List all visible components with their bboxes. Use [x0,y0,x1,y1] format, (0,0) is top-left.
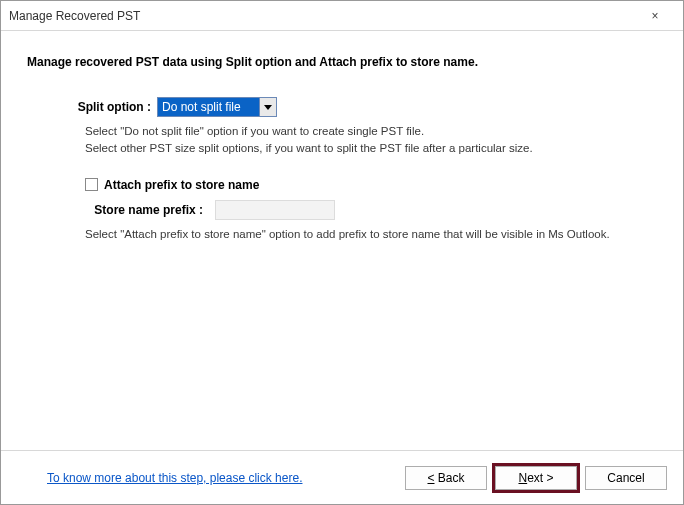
split-help-line2: Select other PST size split options, if … [85,140,657,157]
prefix-input[interactable] [215,200,335,220]
split-option-selected: Do not split file [162,100,259,114]
window-title: Manage Recovered PST [9,9,635,23]
split-option-row: Split option : Do not split file [27,97,657,117]
prefix-checkbox-label: Attach prefix to store name [104,178,259,192]
prefix-input-row: Store name prefix : [85,200,657,220]
dialog-footer: To know more about this step, please cli… [1,450,683,504]
chevron-down-icon [264,105,272,110]
close-button[interactable]: × [635,2,675,30]
help-link[interactable]: To know more about this step, please cli… [47,471,397,485]
cancel-button-label: Cancel [607,471,644,485]
split-option-label: Split option : [47,100,157,114]
back-button-label: < Back [427,471,464,485]
cancel-button[interactable]: Cancel [585,466,667,490]
dropdown-button[interactable] [259,98,276,116]
prefix-help-text: Select "Attach prefix to store name" opt… [85,226,657,243]
title-bar: Manage Recovered PST × [1,1,683,31]
close-icon: × [651,9,658,23]
dialog-content: Manage recovered PST data using Split op… [1,31,683,450]
prefix-checkbox[interactable] [85,178,98,191]
prefix-checkbox-row: Attach prefix to store name [85,178,657,192]
back-button[interactable]: < Back [405,466,487,490]
split-option-select[interactable]: Do not split file [157,97,277,117]
page-heading: Manage recovered PST data using Split op… [27,55,657,69]
next-button-label: Next > [518,471,553,485]
next-button[interactable]: Next > [495,466,577,490]
split-help-line1: Select "Do not split file" option if you… [85,123,657,140]
prefix-input-label: Store name prefix : [85,203,215,217]
split-help-text: Select "Do not split file" option if you… [85,123,657,158]
